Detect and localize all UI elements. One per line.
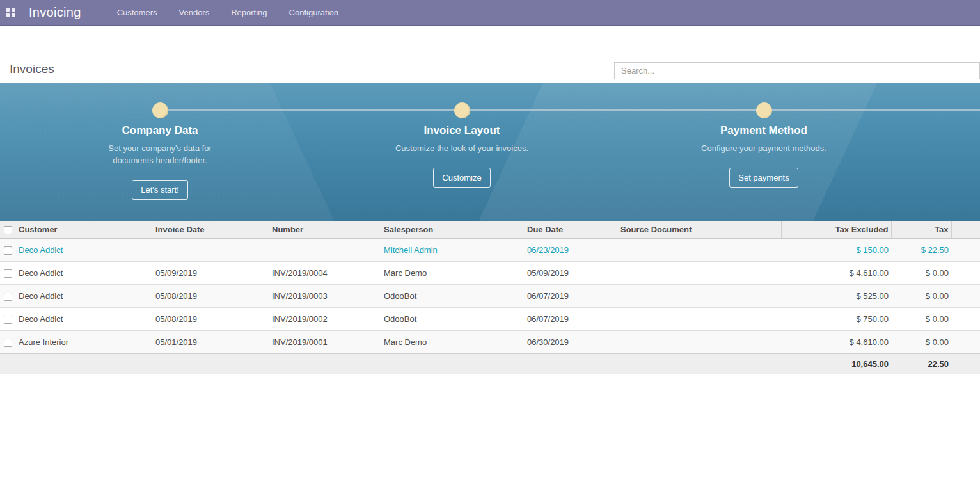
col-header-due-date[interactable]: Due Date [525, 221, 618, 239]
menu-reporting[interactable]: Reporting [231, 8, 267, 17]
nav-menus: Customers Vendors Reporting Configuratio… [117, 8, 338, 17]
progress-line [160, 109, 980, 111]
number-cell: INV/2019/0001 [269, 331, 381, 354]
number-cell [269, 239, 381, 262]
tax-excluded-cell: $ 4,610.00 [781, 331, 891, 354]
onboarding-banner: Company Data Set your company's data for… [0, 83, 980, 221]
step-dot-payment-method [756, 102, 772, 118]
row-checkbox[interactable] [4, 339, 12, 347]
customer-cell: Deco Addict [16, 239, 153, 262]
invoice-row[interactable]: Deco Addict 05/08/2019 INV/2019/0002 Odo… [0, 308, 980, 331]
col-header-customer[interactable]: Customer [16, 221, 153, 239]
invoice-date-cell [153, 239, 269, 262]
salesperson-cell: OdooBot [381, 308, 525, 331]
due-date-cell: 05/09/2019 [525, 262, 618, 285]
invoice-date-cell: 05/08/2019 [153, 285, 269, 308]
breadcrumb: Invoices [10, 62, 54, 76]
customer-cell: Deco Addict [16, 285, 153, 308]
invoice-date-cell: 05/01/2019 [153, 331, 269, 354]
source-document-cell [618, 308, 781, 331]
onboarding-step-company-data: Company Data Set your company's data for… [58, 124, 262, 200]
invoice-row[interactable]: Azure Interior 05/01/2019 INV/2019/0001 … [0, 331, 980, 354]
tax-cell: $ 0.00 [891, 285, 951, 308]
source-document-cell [618, 285, 781, 308]
step-description: Set your company's data for documents he… [91, 143, 229, 167]
menu-configuration[interactable]: Configuration [289, 8, 338, 17]
step-description: Customize the look of your invoices. [393, 143, 531, 155]
onboarding-step-invoice-layout: Invoice Layout Customize the look of you… [360, 124, 564, 188]
salesperson-cell: Marc Demo [381, 331, 525, 354]
salesperson-cell: OdooBot [381, 285, 525, 308]
salesperson-cell: Mitchell Admin [381, 239, 525, 262]
step-title: Invoice Layout [360, 124, 564, 137]
salesperson-cell: Marc Demo [381, 262, 525, 285]
tax-cell: $ 0.00 [891, 331, 951, 354]
invoice-row[interactable]: Deco Addict 05/09/2019 INV/2019/0004 Mar… [0, 262, 980, 285]
tax-cell: $ 0.00 [891, 308, 951, 331]
tax-cell: $ 0.00 [891, 262, 951, 285]
apps-grid-icon[interactable] [6, 8, 15, 17]
invoice-list-table: Customer Invoice Date Number Salesperson… [0, 221, 980, 374]
invoice-row[interactable]: Deco Addict Mitchell Admin 06/23/2019 $ … [0, 239, 980, 262]
col-header-tax[interactable]: Tax [891, 221, 951, 239]
search-input[interactable] [614, 62, 980, 79]
tax-excluded-cell: $ 150.00 [781, 239, 891, 262]
source-document-cell [618, 239, 781, 262]
tax-cell: $ 22.50 [891, 239, 951, 262]
top-navbar: Invoicing Customers Vendors Reporting Co… [0, 0, 980, 26]
step-description: Configure your payment methods. [695, 143, 833, 155]
source-document-cell [618, 331, 781, 354]
col-header-salesperson[interactable]: Salesperson [381, 221, 525, 239]
row-checkbox[interactable] [4, 246, 12, 255]
step-title: Company Data [58, 124, 262, 137]
col-header-tax-excluded[interactable]: Tax Excluded [781, 221, 891, 239]
menu-customers[interactable]: Customers [117, 8, 157, 17]
customer-cell: Deco Addict [16, 262, 153, 285]
tax-excluded-cell: $ 4,610.00 [781, 262, 891, 285]
select-all-checkbox[interactable] [4, 226, 12, 234]
col-header-filler [951, 221, 980, 239]
col-header-number[interactable]: Number [269, 221, 381, 239]
total-tax-excluded: 10,645.00 [781, 354, 891, 374]
menu-vendors[interactable]: Vendors [179, 8, 210, 17]
step-dot-invoice-layout [454, 102, 470, 118]
tax-excluded-cell: $ 525.00 [781, 285, 891, 308]
row-checkbox[interactable] [4, 293, 12, 301]
control-panel: Invoices + Create Import Filters ≡ Group… [0, 26, 980, 83]
totals-row: 10,645.00 22.50 [0, 354, 980, 374]
due-date-cell: 06/30/2019 [525, 331, 618, 354]
col-header-invoice-date[interactable]: Invoice Date [153, 221, 269, 239]
customize-button[interactable]: Customize [433, 168, 490, 188]
total-tax: 22.50 [891, 354, 951, 374]
step-dot-company-data [152, 102, 168, 118]
tax-excluded-cell: $ 750.00 [781, 308, 891, 331]
source-document-cell [618, 262, 781, 285]
number-cell: INV/2019/0003 [269, 285, 381, 308]
due-date-cell: 06/07/2019 [525, 285, 618, 308]
number-cell: INV/2019/0004 [269, 262, 381, 285]
customer-cell: Azure Interior [16, 331, 153, 354]
row-checkbox[interactable] [4, 269, 12, 278]
table-header-row: Customer Invoice Date Number Salesperson… [0, 221, 980, 239]
due-date-cell: 06/23/2019 [525, 239, 618, 262]
row-checkbox[interactable] [4, 316, 12, 324]
due-date-cell: 06/07/2019 [525, 308, 618, 331]
set-payments-button[interactable]: Set payments [729, 168, 798, 188]
invoice-date-cell: 05/09/2019 [153, 262, 269, 285]
customer-cell: Deco Addict [16, 308, 153, 331]
onboarding-step-payment-method: Payment Method Configure your payment me… [661, 124, 866, 188]
col-header-source-document[interactable]: Source Document [618, 221, 781, 239]
step-title: Payment Method [661, 124, 866, 137]
app-title[interactable]: Invoicing [29, 5, 81, 20]
invoice-row[interactable]: Deco Addict 05/08/2019 INV/2019/0003 Odo… [0, 285, 980, 308]
invoice-date-cell: 05/08/2019 [153, 308, 269, 331]
lets-start-button[interactable]: Let's start! [132, 180, 188, 200]
number-cell: INV/2019/0002 [269, 308, 381, 331]
